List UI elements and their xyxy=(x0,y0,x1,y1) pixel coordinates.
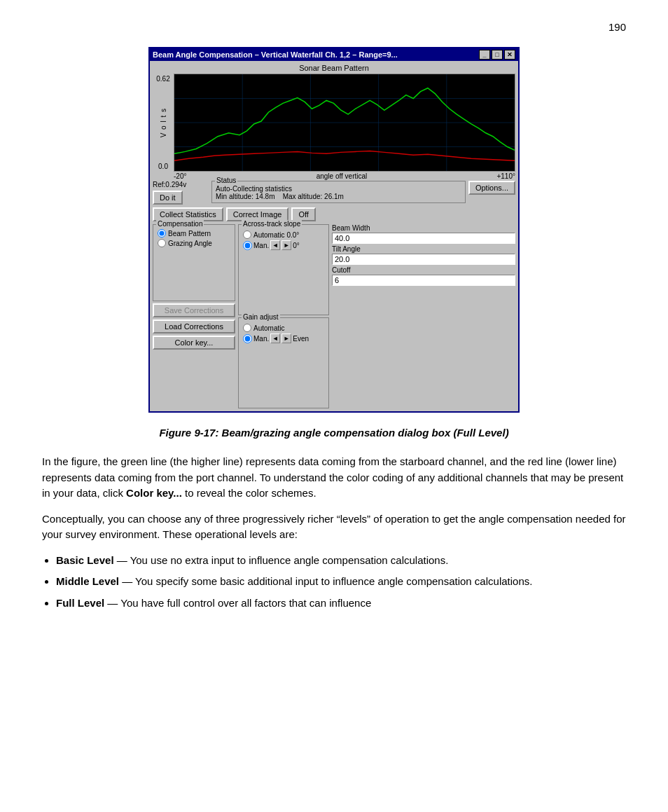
at-automatic-row: Automatic 0.0° xyxy=(243,230,324,239)
dialog-wrapper: Beam Angle Compensation – Vertical Water… xyxy=(42,47,626,413)
correct-image-button[interactable]: Correct Image xyxy=(226,207,289,221)
beam-pattern-radio[interactable] xyxy=(158,229,166,238)
y-axis-label: V o l t s xyxy=(160,108,167,137)
figure-caption: Figure 9-17: Beam/grazing angle compensa… xyxy=(42,425,626,440)
cutoff-label: Cutoff xyxy=(332,266,515,274)
across-track-label: Across-track slope xyxy=(242,220,302,228)
ga-man-row: Man. ◄ ► Even xyxy=(243,333,324,343)
tilt-angle-label: Tilt Angle xyxy=(332,245,515,253)
ga-right-arrow[interactable]: ► xyxy=(281,333,291,343)
ref-value: Ref:0.294v xyxy=(153,181,209,188)
off-button[interactable]: Off xyxy=(291,207,315,221)
x-right-label: +110° xyxy=(496,172,515,180)
load-corrections-button[interactable]: Load Corrections xyxy=(153,319,235,333)
full-level-text: — You have full control over all factors… xyxy=(107,597,371,609)
close-button[interactable]: ✕ xyxy=(504,50,515,60)
ga-left-arrow[interactable]: ◄ xyxy=(270,333,280,343)
main-buttons-row: Collect Statistics Correct Image Off xyxy=(153,207,515,221)
at-man-row: Man. ◄ ► 0° xyxy=(243,240,324,250)
titlebar-buttons: _ □ ✕ xyxy=(479,50,515,60)
bullet-item-basic: Basic Level — You use no extra input to … xyxy=(56,553,626,569)
at-right-arrow[interactable]: ► xyxy=(281,240,291,250)
dialog-content: Sonar Beam Pattern 0.62 V o l t s 0.0 xyxy=(150,61,518,411)
collect-statistics-button[interactable]: Collect Statistics xyxy=(153,207,223,221)
do-it-button[interactable]: Do it xyxy=(153,191,183,205)
right-fields: Beam Width Tilt Angle Cutoff xyxy=(332,224,515,408)
compensation-label: Compensation xyxy=(156,220,204,228)
status-row1: Auto-Collecting statistics xyxy=(216,185,461,193)
at-left-arrow[interactable]: ◄ xyxy=(270,240,280,250)
cutoff-group: Cutoff xyxy=(332,266,515,286)
body-paragraph2: Conceptually, you can choose any of thre… xyxy=(42,511,626,543)
ga-automatic-label: Automatic xyxy=(253,324,284,332)
left-col-buttons: Save Corrections Load Corrections Color … xyxy=(153,303,235,350)
basic-level-text: — You use no extra input to influence an… xyxy=(117,554,449,566)
at-man-label: Man. xyxy=(253,242,269,249)
grazing-angle-label: Grazing Angle xyxy=(168,240,212,247)
middle-level-text: — You specify some basic additional inpu… xyxy=(122,575,532,587)
color-key-bold: Color key... xyxy=(126,487,182,499)
chart-canvas xyxy=(174,74,515,172)
body-paragraph1: In the figure, the green line (the highe… xyxy=(42,454,626,502)
dialog-box: Beam Angle Compensation – Vertical Water… xyxy=(148,47,520,413)
bullet-item-full: Full Level — You have full control over … xyxy=(56,596,626,612)
basic-level-label: Basic Level xyxy=(56,554,114,566)
x-left-label: -20° xyxy=(174,172,186,180)
ga-man-label: Man. xyxy=(253,335,269,343)
gain-adjust-label: Gain adjust xyxy=(242,313,280,321)
bottom-section: Compensation Beam Pattern Grazing Angle … xyxy=(153,224,515,408)
bullet-list: Basic Level — You use no extra input to … xyxy=(56,553,626,612)
tilt-angle-input[interactable] xyxy=(332,254,515,265)
minimize-button[interactable]: _ xyxy=(479,50,490,60)
maximize-button[interactable]: □ xyxy=(492,50,503,60)
page-number: 190 xyxy=(42,21,626,33)
compensation-group: Compensation Beam Pattern Grazing Angle xyxy=(153,224,235,301)
status-row2: Min altitude: 14.8m Max altitude: 26.1m xyxy=(216,193,461,200)
chart-area: 0.62 V o l t s 0.0 xyxy=(153,74,515,172)
across-track-group: Across-track slope Automatic 0.0° Man. ◄… xyxy=(238,224,329,315)
at-auto-value: 0.0° xyxy=(286,231,299,239)
beam-width-label: Beam Width xyxy=(332,224,515,232)
y-top-value: 0.62 xyxy=(156,75,169,83)
at-automatic-radio[interactable] xyxy=(243,230,251,239)
beam-pattern-row: Beam Pattern xyxy=(158,229,230,238)
ga-automatic-row: Automatic xyxy=(243,324,324,332)
beam-width-group: Beam Width xyxy=(332,224,515,244)
grazing-angle-radio[interactable] xyxy=(158,239,166,247)
gain-adjust-group: Gain adjust Automatic Man. ◄ ► Even xyxy=(238,317,329,408)
middle-level-label: Middle Level xyxy=(56,575,119,587)
at-man-radio[interactable] xyxy=(243,241,252,250)
grazing-angle-row: Grazing Angle xyxy=(158,239,230,247)
tilt-angle-group: Tilt Angle xyxy=(332,245,515,265)
ga-man-radio[interactable] xyxy=(243,334,252,343)
options-button[interactable]: Options... xyxy=(468,181,515,195)
x-center-label: angle off vertical xyxy=(316,172,368,180)
bullet-item-middle: Middle Level — You specify some basic ad… xyxy=(56,574,626,590)
dialog-titlebar: Beam Angle Compensation – Vertical Water… xyxy=(150,48,518,61)
at-automatic-label: Automatic xyxy=(253,231,284,239)
color-key-button[interactable]: Color key... xyxy=(153,336,235,350)
chart-title: Sonar Beam Pattern xyxy=(153,64,515,72)
ga-automatic-radio[interactable] xyxy=(243,324,251,332)
ga-man-value: Even xyxy=(293,335,309,343)
full-level-label: Full Level xyxy=(56,597,104,609)
save-corrections-button[interactable]: Save Corrections xyxy=(153,303,235,317)
cutoff-input[interactable] xyxy=(332,275,515,286)
beam-width-input[interactable] xyxy=(332,233,515,244)
dialog-title: Beam Angle Compensation – Vertical Water… xyxy=(153,50,398,59)
beam-pattern-label: Beam Pattern xyxy=(168,230,211,238)
chart-y-label: 0.62 V o l t s 0.0 xyxy=(153,74,174,172)
status-label: Status xyxy=(215,177,237,184)
y-bottom-value: 0.0 xyxy=(158,163,168,170)
at-man-value: 0° xyxy=(293,242,300,249)
